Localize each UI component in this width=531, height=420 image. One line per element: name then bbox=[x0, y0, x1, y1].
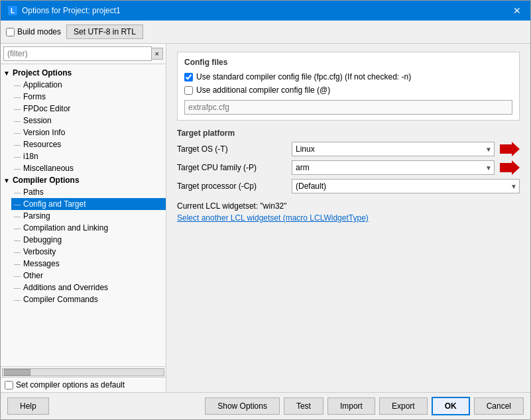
export-button[interactable]: Export bbox=[379, 397, 428, 415]
compiler-options-section: ▼ Compiler Options Paths Config and Targ… bbox=[1, 174, 166, 305]
target-os-select[interactable]: Linux Windows Darwin FreeBSD (default) bbox=[292, 142, 495, 156]
compiler-options-header[interactable]: ▼ Compiler Options bbox=[1, 174, 166, 186]
project-options-section: ▼ Project Options Application Forms FPDo… bbox=[1, 67, 166, 174]
build-modes-checkbox[interactable] bbox=[6, 28, 15, 36]
project-options-children: Application Forms FPDoc Editor Session V bbox=[1, 79, 166, 174]
left-panel: × ▼ Project Options Application Forms bbox=[1, 44, 166, 392]
set-compiler-default-checkbox[interactable] bbox=[5, 381, 13, 390]
target-processor-select[interactable]: (Default) armv4 armv5 armv6 armv7 bbox=[292, 179, 520, 193]
project-options-arrow: ▼ bbox=[3, 70, 10, 77]
tree-area: ▼ Project Options Application Forms FPDo… bbox=[1, 64, 166, 366]
left-scrollbar-area bbox=[1, 366, 166, 377]
bottom-bar: Help Show Options Test Import Export OK … bbox=[1, 392, 530, 419]
tree-item-forms-label: Forms bbox=[23, 92, 46, 101]
tree-item-compilation-linking-label: Compilation and Linking bbox=[23, 223, 108, 233]
tree-item-miscellaneous[interactable]: Miscellaneous bbox=[11, 162, 166, 174]
tree-item-messages[interactable]: Messages bbox=[11, 258, 166, 270]
filter-clear-button[interactable]: × bbox=[152, 48, 163, 60]
tree-item-compiler-commands-label: Compiler Commands bbox=[23, 295, 98, 304]
right-panel: Config files Use standard compiler confi… bbox=[166, 44, 530, 392]
title-bar: L Options for Project: project1 ✕ bbox=[1, 1, 530, 21]
build-modes-label: Build modes bbox=[17, 27, 61, 36]
app-icon: L bbox=[7, 5, 18, 16]
target-os-select-container: Linux Windows Darwin FreeBSD (default) ▼ bbox=[292, 142, 495, 156]
target-cpu-row: Target CPU family (-P) arm i386 x86_64 a… bbox=[177, 160, 520, 175]
tree-item-application[interactable]: Application bbox=[11, 79, 166, 91]
tree-item-debugging[interactable]: Debugging bbox=[11, 234, 166, 246]
use-standard-checkbox[interactable] bbox=[184, 73, 193, 81]
tree-item-parsing[interactable]: Parsing bbox=[11, 210, 166, 222]
tree-item-i18n[interactable]: i18n bbox=[11, 150, 166, 162]
tree-item-config-and-target-label: Config and Target bbox=[23, 199, 86, 209]
use-additional-text: Use additional compiler config file (@) bbox=[196, 85, 330, 95]
lcl-widgetset-title: Current LCL widgetset: "win32" bbox=[177, 201, 520, 211]
target-platform-section: Target platform Target OS (-T) Linux Win… bbox=[177, 129, 520, 193]
compiler-options-children: Paths Config and Target Parsing Compilat… bbox=[1, 186, 166, 305]
tree-item-paths-label: Paths bbox=[23, 187, 44, 197]
project-options-label: Project Options bbox=[13, 68, 72, 78]
help-button[interactable]: Help bbox=[7, 397, 49, 415]
ok-button[interactable]: OK bbox=[432, 397, 470, 415]
additional-config-input[interactable] bbox=[184, 100, 512, 115]
target-cpu-select[interactable]: arm i386 x86_64 aarch64 (default) bbox=[292, 160, 495, 175]
use-additional-checkbox-label[interactable]: Use additional compiler config file (@) bbox=[184, 85, 512, 95]
tree-item-application-label: Application bbox=[23, 80, 62, 89]
tree-item-version-info-label: Version Info bbox=[23, 128, 65, 137]
target-cpu-select-container: arm i386 x86_64 aarch64 (default) ▼ bbox=[292, 160, 495, 175]
tree-item-miscellaneous-label: Miscellaneous bbox=[23, 164, 74, 173]
config-files-title: Config files bbox=[184, 58, 512, 67]
filter-input[interactable] bbox=[3, 46, 152, 61]
lcl-widgetset-section: Current LCL widgetset: "win32" Select an… bbox=[177, 201, 520, 223]
dialog-title: Options for Project: project1 bbox=[22, 6, 121, 15]
target-processor-select-container: (Default) armv4 armv5 armv6 armv7 ▼ bbox=[292, 179, 520, 193]
tree-item-additions-and-overrides[interactable]: Additions and Overrides bbox=[11, 282, 166, 293]
left-panel-footer: Set compiler options as default bbox=[1, 377, 166, 392]
target-os-red-arrow bbox=[500, 142, 520, 156]
tree-item-session-label: Session bbox=[23, 116, 52, 125]
target-cpu-label: Target CPU family (-P) bbox=[177, 163, 286, 172]
tree-item-verbosity[interactable]: Verbosity bbox=[11, 246, 166, 258]
tree-item-resources[interactable]: Resources bbox=[11, 138, 166, 150]
tree-item-fpdoc-editor[interactable]: FPDoc Editor bbox=[11, 103, 166, 115]
close-button[interactable]: ✕ bbox=[510, 6, 524, 15]
horizontal-scrollbar[interactable] bbox=[2, 368, 164, 376]
toolbar: Build modes Set UTF-8 in RTL bbox=[1, 21, 530, 44]
target-cpu-red-arrow bbox=[500, 160, 520, 175]
project-options-header[interactable]: ▼ Project Options bbox=[1, 67, 166, 79]
svg-text:L: L bbox=[11, 7, 15, 15]
tree-item-other-label: Other bbox=[23, 271, 43, 280]
compiler-options-label: Compiler Options bbox=[13, 176, 80, 185]
tree-item-config-and-target[interactable]: Config and Target bbox=[11, 198, 166, 210]
tree-item-forms[interactable]: Forms bbox=[11, 91, 166, 103]
build-modes-checkbox-label[interactable]: Build modes bbox=[6, 27, 61, 36]
config-files-group: Config files Use standard compiler confi… bbox=[177, 52, 520, 121]
tree-item-additions-overrides-label: Additions and Overrides bbox=[23, 283, 108, 292]
tree-item-resources-label: Resources bbox=[23, 140, 61, 149]
tree-item-compiler-commands[interactable]: Compiler Commands bbox=[11, 293, 166, 305]
tree-item-compilation-and-linking[interactable]: Compilation and Linking bbox=[11, 222, 166, 234]
set-compiler-default-label[interactable]: Set compiler options as default bbox=[5, 380, 162, 390]
show-options-button[interactable]: Show Options bbox=[205, 397, 280, 415]
lcl-widgetset-link[interactable]: Select another LCL widgetset (macro LCLW… bbox=[177, 213, 369, 223]
import-button[interactable]: Import bbox=[327, 397, 375, 415]
tree-item-fpdoc-editor-label: FPDoc Editor bbox=[23, 104, 70, 113]
filter-box: × bbox=[1, 44, 166, 64]
use-standard-checkbox-label[interactable]: Use standard compiler config file (fpc.c… bbox=[184, 72, 512, 81]
options-dialog: L Options for Project: project1 ✕ Build … bbox=[0, 0, 531, 420]
target-os-row: Target OS (-T) Linux Windows Darwin Free… bbox=[177, 142, 520, 156]
svg-marker-2 bbox=[500, 142, 520, 156]
use-additional-checkbox[interactable] bbox=[184, 86, 193, 95]
test-button[interactable]: Test bbox=[284, 397, 324, 415]
tree-item-debugging-label: Debugging bbox=[23, 235, 62, 244]
target-platform-title: Target platform bbox=[177, 129, 520, 138]
scrollbar-thumb bbox=[4, 369, 30, 376]
tree-item-version-info[interactable]: Version Info bbox=[11, 127, 166, 138]
target-processor-label: Target processor (-Cp) bbox=[177, 182, 286, 191]
tree-item-parsing-label: Parsing bbox=[23, 211, 50, 221]
tree-item-paths[interactable]: Paths bbox=[11, 186, 166, 198]
tree-item-other[interactable]: Other bbox=[11, 270, 166, 282]
tree-item-session[interactable]: Session bbox=[11, 115, 166, 127]
set-utf8-button[interactable]: Set UTF-8 in RTL bbox=[66, 25, 143, 39]
cancel-button[interactable]: Cancel bbox=[474, 397, 524, 415]
svg-marker-3 bbox=[500, 160, 520, 175]
